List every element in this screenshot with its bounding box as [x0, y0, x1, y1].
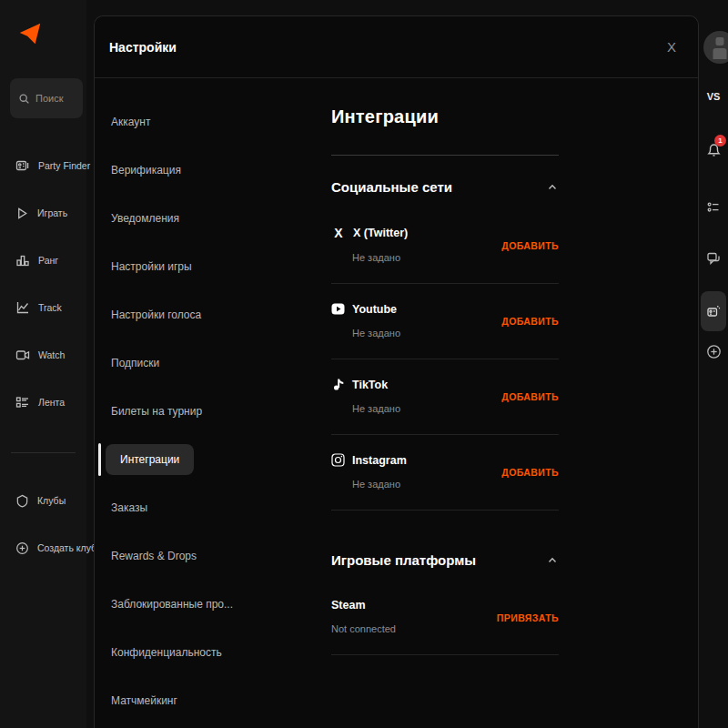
menu-item-label: Матчмейкинг	[111, 694, 177, 707]
section-game-platforms: Игровые платформы Steam Not connected ПР…	[331, 552, 559, 655]
chat-button[interactable]	[699, 251, 728, 266]
section-header: Игровые платформы	[331, 552, 559, 568]
chevron-up-icon[interactable]	[546, 555, 559, 565]
integration-status: Не задано	[352, 479, 559, 490]
vs-button[interactable]: VS	[699, 91, 728, 102]
clubs-icon	[15, 494, 29, 508]
menu-item-voice-settings[interactable]: Настройки голоса	[95, 290, 322, 339]
notification-badge: 1	[714, 135, 726, 147]
row-title: Youtube	[331, 302, 559, 316]
right-rail: VS 1	[699, 0, 728, 728]
sidebar-item-feed[interactable]: Лента	[0, 379, 86, 426]
leaderboard-button[interactable]	[699, 200, 728, 215]
sidebar-nav-bottom: Клубы Создать клуб	[0, 477, 86, 571]
menu-item-label: Заказы	[111, 501, 147, 514]
settings-modal: Настройки X Аккаунт Верификация Уведомле…	[94, 15, 699, 728]
party-panel-button[interactable]	[701, 291, 726, 331]
menu-item-label: Rewards & Drops	[111, 550, 197, 562]
sidebar-item-label: Party Finder	[38, 160, 90, 171]
chevron-up-icon[interactable]	[546, 182, 559, 192]
modal-title: Настройки	[109, 40, 177, 55]
sidebar-item-label: Лента	[38, 397, 65, 408]
menu-item-label: Аккаунт	[111, 116, 150, 128]
integration-name: Steam	[331, 599, 366, 612]
menu-item-privacy[interactable]: Конфиденциальность	[95, 628, 322, 676]
rank-icon	[15, 253, 30, 268]
sidebar-item-label: Играть	[37, 207, 67, 218]
sidebar-item-watch[interactable]: Watch	[0, 331, 86, 379]
integration-row-tiktok: TikTok Не задано ДОБАВИТЬ	[331, 359, 559, 435]
integration-name: Instagram	[352, 454, 407, 467]
menu-item-orders[interactable]: Заказы	[95, 483, 322, 531]
integration-name: X (Twitter)	[353, 227, 408, 239]
leaderboard-icon	[706, 200, 721, 215]
x-twitter-icon: X	[331, 226, 346, 240]
sidebar-item-label: Создать клуб	[37, 542, 96, 553]
menu-item-account[interactable]: Аккаунт	[95, 97, 322, 146]
sidebar-item-clubs[interactable]: Клубы	[0, 477, 86, 524]
section-header: Социальные сети	[331, 179, 559, 195]
add-button-rail[interactable]	[699, 344, 728, 359]
menu-item-label: Билеты на турнир	[111, 405, 202, 418]
sidebar-item-label: Watch	[38, 349, 65, 360]
search-input[interactable]	[35, 93, 75, 104]
play-icon	[15, 207, 29, 220]
app-logo-icon[interactable]	[16, 20, 44, 47]
avatar[interactable]	[703, 31, 728, 64]
sidebar-item-create-club[interactable]: Создать клуб	[0, 524, 86, 571]
menu-item-integrations[interactable]: Интеграции	[95, 435, 322, 483]
menu-item-game-settings[interactable]: Настройки игры	[95, 242, 322, 290]
avatar-body	[713, 48, 727, 59]
search-icon	[18, 93, 30, 105]
add-button[interactable]: ДОБАВИТЬ	[501, 240, 559, 251]
sidebar-item-party-finder[interactable]: Party Finder	[0, 142, 86, 189]
add-button[interactable]: ДОБАВИТЬ	[501, 391, 559, 402]
section-title: Игровые платформы	[331, 552, 476, 568]
track-icon	[15, 300, 30, 315]
sidebar-item-track[interactable]: Track	[0, 284, 86, 331]
section-title: Социальные сети	[331, 179, 452, 195]
integration-row-steam: Steam Not connected ПРИВЯЗАТЬ	[331, 581, 559, 655]
create-club-icon	[15, 541, 29, 555]
plus-circle-icon	[706, 344, 722, 359]
integration-row-instagram: Instagram Не задано ДОБАВИТЬ	[331, 435, 559, 511]
row-title: Steam	[331, 599, 559, 612]
menu-item-subscriptions[interactable]: Подписки	[95, 339, 322, 387]
menu-item-label: Настройки игры	[111, 260, 192, 273]
left-sidebar: Party Finder Играть Ранг Track Watch	[0, 0, 86, 728]
row-title: Instagram	[331, 453, 559, 467]
platform-rows: Steam Not connected ПРИВЯЗАТЬ	[331, 581, 559, 655]
search-box[interactable]	[10, 78, 83, 118]
notifications-button[interactable]: 1	[699, 142, 728, 157]
sidebar-item-play[interactable]: Играть	[0, 189, 86, 237]
avatar-head	[716, 37, 724, 46]
sidebar-item-rank[interactable]: Ранг	[0, 237, 86, 284]
party-finder-icon	[15, 158, 30, 173]
modal-header: Настройки X	[95, 16, 698, 78]
integration-name: TikTok	[352, 379, 388, 391]
add-button[interactable]: ДОБАВИТЬ	[501, 316, 559, 327]
menu-item-rewards-drops[interactable]: Rewards & Drops	[95, 531, 322, 580]
menu-item-blocked-profiles[interactable]: Заблокированные про...	[95, 580, 322, 628]
youtube-icon	[331, 302, 345, 316]
link-button[interactable]: ПРИВЯЗАТЬ	[497, 612, 559, 623]
integration-status: Not connected	[331, 623, 559, 634]
integration-row-x-twitter: X X (Twitter) Не задано ДОБАВИТЬ	[331, 207, 559, 284]
close-icon[interactable]: X	[663, 36, 680, 57]
menu-item-verification[interactable]: Верификация	[95, 146, 322, 194]
page-title: Интеграции	[331, 106, 559, 127]
menu-item-matchmaking[interactable]: Матчмейкинг	[95, 676, 322, 724]
integration-status: Не задано	[352, 403, 559, 414]
tiktok-icon	[331, 378, 345, 391]
add-button[interactable]: ДОБАВИТЬ	[501, 467, 559, 478]
section-social-networks: Социальные сети X X (Twitter) Не задано …	[331, 179, 559, 511]
sidebar-item-label: Track	[38, 302, 62, 313]
sidebar-item-label: Ранг	[38, 255, 58, 266]
menu-item-tournament-tickets[interactable]: Билеты на турнир	[95, 387, 322, 435]
menu-item-label: Подписки	[111, 357, 159, 369]
menu-item-label: Заблокированные про...	[111, 598, 233, 611]
menu-item-label: Конфиденциальность	[111, 646, 222, 659]
sidebar-item-label: Клубы	[37, 495, 66, 506]
menu-item-notifications[interactable]: Уведомления	[95, 194, 322, 242]
feed-icon	[15, 395, 30, 410]
